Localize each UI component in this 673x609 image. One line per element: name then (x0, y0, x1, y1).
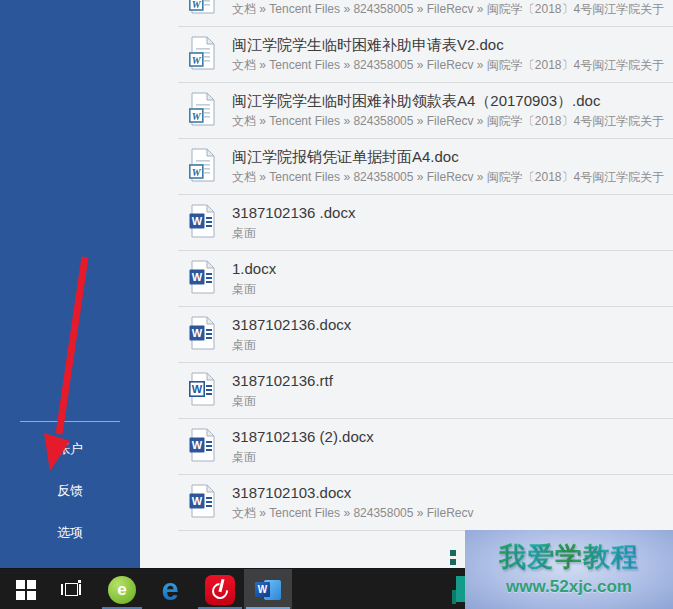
word-backstage-screen: 帐户 反馈 选项 W 文档 » Tencent Files » (0, 0, 673, 609)
word-doc-legacy-icon: W (188, 36, 218, 70)
sidebar-divider (20, 421, 120, 422)
file-path: 文档 » Tencent Files » 824358005 » FileRec… (232, 2, 673, 17)
file-title: 闽江学院报销凭证单据封面A4.doc (232, 147, 673, 166)
svg-text:W: W (192, 0, 202, 10)
windows-logo-icon (16, 580, 36, 600)
recent-files-panel: W 文档 » Tencent Files » 824358005 » FileR… (140, 0, 673, 568)
recent-file-row[interactable]: W 1.docx 桌面 (178, 251, 673, 307)
recent-file-row[interactable]: W 3187102136 (2).docx 桌面 (178, 419, 673, 475)
svg-text:W: W (192, 439, 203, 451)
recent-file-row[interactable]: W 闽江学院学生临时困难补助领款表A4（20170903）.doc 文档 » T… (178, 83, 673, 139)
file-path: 文档 » Tencent Files » 824358005 » FileRec… (232, 170, 673, 185)
file-path: 文档 » Tencent Files » 824358005 » FileRec… (232, 58, 673, 73)
word-doc-legacy-icon: W (188, 148, 218, 182)
start-button[interactable] (6, 569, 46, 609)
word-doc-legacy-icon: W (188, 92, 218, 126)
watermark-fragment (450, 559, 456, 565)
file-path: 桌面 (232, 394, 673, 409)
recent-file-row[interactable]: W 3187102136 .docx 桌面 (178, 195, 673, 251)
sidebar-item-options[interactable]: 选项 (57, 525, 83, 541)
sidebar-item-feedback[interactable]: 反馈 (57, 483, 83, 499)
edge-icon: e (161, 574, 178, 605)
svg-text:W: W (192, 111, 202, 122)
file-title: 3187102136 (2).docx (232, 427, 673, 446)
recent-file-row[interactable]: W 3187102136.docx 桌面 (178, 307, 673, 363)
file-title: 3187102103.docx (232, 483, 673, 502)
file-title: 闽江学院学生临时困难补助领款表A4（20170903）.doc (232, 91, 673, 110)
file-path: 桌面 (232, 282, 673, 297)
word-docx-icon: W (188, 428, 218, 462)
recent-files-list: W 文档 » Tencent Files » 824358005 » FileR… (178, 0, 673, 531)
file-path: 文档 » Tencent Files » 824358005 » FileRec… (232, 114, 673, 129)
taskbar-item-edge[interactable]: e (148, 569, 192, 609)
watermark-fragment (452, 590, 456, 604)
backstage-sidebar: 帐户 反馈 选项 (0, 0, 140, 568)
recent-file-row[interactable]: W 3187102136.rtf 桌面 (178, 363, 673, 419)
sidebar-item-account[interactable]: 帐户 (57, 441, 83, 457)
taskbar-item-360-browser[interactable]: e (100, 569, 144, 609)
word-icon: W (255, 578, 281, 602)
word-docx-icon: W (188, 204, 218, 238)
svg-text:W: W (192, 495, 203, 507)
watermark-url: www.52xjc.com (506, 577, 632, 597)
taskbar-item-netease-music[interactable] (196, 569, 244, 609)
svg-text:W: W (192, 271, 203, 283)
recent-file-row[interactable]: W 文档 » Tencent Files » 824358005 » FileR… (178, 0, 673, 27)
svg-text:W: W (192, 383, 203, 395)
watermark: 我爱学教程 www.52xjc.com (465, 530, 673, 609)
file-title: 1.docx (232, 259, 673, 278)
netease-music-icon (205, 575, 235, 605)
browser-360-icon: e (108, 576, 136, 604)
task-view-icon (61, 582, 83, 598)
svg-text:W: W (192, 55, 202, 66)
watermark-title: 我爱学教程 (499, 542, 639, 573)
recent-file-row[interactable]: W 闽江学院报销凭证单据封面A4.doc 文档 » Tencent Files … (178, 139, 673, 195)
file-path: 文档 » Tencent Files » 824358005 » FileRec… (232, 506, 673, 521)
file-path: 桌面 (232, 450, 673, 465)
task-view-button[interactable] (52, 569, 92, 609)
word-docx-icon: W (188, 260, 218, 294)
word-docx-icon: W (188, 484, 218, 518)
word-rtf-icon: W (188, 372, 218, 406)
word-docx-icon: W (188, 316, 218, 350)
word-doc-legacy-icon: W (188, 0, 218, 14)
svg-text:W: W (192, 167, 202, 178)
file-path: 桌面 (232, 338, 673, 353)
file-path: 桌面 (232, 226, 673, 241)
file-title: 闽江学院学生临时困难补助申请表V2.doc (232, 35, 673, 54)
recent-file-row[interactable]: W 3187102103.docx 文档 » Tencent Files » 8… (178, 475, 673, 531)
file-title: 3187102136.docx (232, 315, 673, 334)
svg-text:W: W (192, 327, 203, 339)
recent-file-row[interactable]: W 闽江学院学生临时困难补助申请表V2.doc 文档 » Tencent Fil… (178, 27, 673, 83)
svg-text:W: W (192, 215, 203, 227)
file-title: 3187102136.rtf (232, 371, 673, 390)
file-title: 3187102136 .docx (232, 203, 673, 222)
taskbar-item-word[interactable]: W (244, 569, 292, 609)
watermark-fragment (450, 550, 456, 556)
